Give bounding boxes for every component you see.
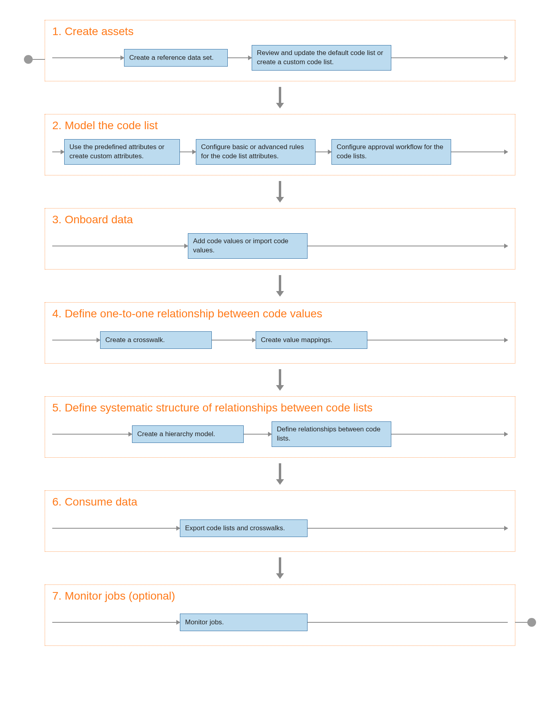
connector [308,528,508,529]
down-arrow [278,181,282,203]
step-node: Define relationships between code lists. [272,421,391,447]
flow-row: Monitor jobs. [52,608,508,637]
down-arrow [278,275,282,297]
section-title: 4. Define one-to-one relationship betwee… [52,307,508,320]
flow-row: Create a reference data set. Review and … [52,43,508,72]
section-title: 6. Consume data [52,496,508,508]
step-node: Add code values or import code values. [188,233,308,259]
down-arrow [278,369,282,391]
connector [52,57,124,58]
step-node: Create value mappings. [256,331,367,349]
step-node: Create a hierarchy model. [132,425,244,443]
flow-row: Create a hierarchy model. Define relatio… [52,420,508,449]
flow-row: Use the predefined attributes or create … [52,138,508,166]
connector [52,528,180,529]
section-title: 3. Onboard data [52,213,508,226]
flowchart: 1. Create assets Create a reference data… [0,0,560,662]
step-node: Create a reference data set. [124,49,228,67]
connector [52,152,64,152]
section-onboard-data: 3. Onboard data Add code values or impor… [45,208,515,270]
connector [308,622,508,623]
step-node: Review and update the default code list … [252,45,391,71]
section-define-systematic-structure: 5. Define systematic structure of relati… [45,396,515,458]
start-node [24,55,33,64]
section-title: 5. Define systematic structure of relati… [52,401,508,414]
connector [451,152,508,152]
down-arrow [278,463,282,485]
section-create-assets: 1. Create assets Create a reference data… [45,20,515,81]
section-title: 2. Model the code list [52,119,508,132]
connector [315,152,331,152]
section-title: 1. Create assets [52,25,508,38]
flow-row: Export code lists and crosswalks. [52,514,508,543]
end-node [527,618,536,627]
down-arrow [278,87,282,108]
connector [228,57,252,58]
connector [391,57,508,58]
step-node: Monitor jobs. [180,614,308,631]
connector [244,434,272,435]
step-node: Create a crosswalk. [100,331,212,349]
flow-row: Add code values or import code values. [52,232,508,260]
connector [367,340,508,340]
connector [52,246,188,246]
step-node: Use the predefined attributes or create … [64,139,180,165]
down-arrow [278,557,282,579]
section-monitor-jobs: 7. Monitor jobs (optional) Monitor jobs. [45,584,515,646]
section-title: 7. Monitor jobs (optional) [52,590,508,602]
section-model-code-list: 2. Model the code list Use the predefine… [45,114,515,175]
connector [52,622,180,623]
flow-row: Create a crosswalk. Create value mapping… [52,326,508,354]
connector [52,434,132,435]
step-node: Configure basic or advanced rules for th… [196,139,315,165]
step-node: Configure approval workflow for the code… [331,139,451,165]
connector [212,340,256,340]
step-node: Export code lists and crosswalks. [180,519,308,537]
connector [308,246,508,246]
connector [52,340,100,340]
connector [180,152,196,152]
connector [391,434,508,435]
section-define-one-to-one: 4. Define one-to-one relationship betwee… [45,302,515,364]
section-consume-data: 6. Consume data Export code lists and cr… [45,490,515,552]
